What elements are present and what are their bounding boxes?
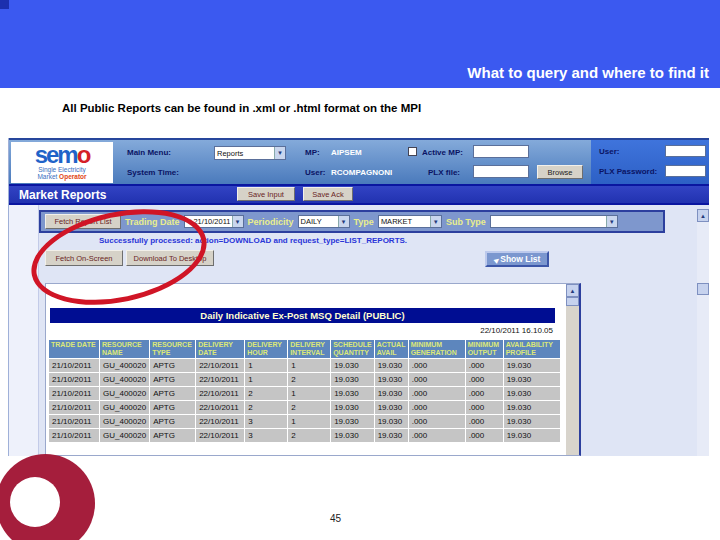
login-user-input[interactable] — [665, 145, 706, 157]
logo-o: o — [77, 141, 90, 168]
table-cell: 19.030 — [375, 373, 408, 386]
main-menu-select[interactable]: Reports ▾ — [214, 146, 286, 160]
table-cell: GU_400020 — [100, 359, 149, 372]
corner-accent — [0, 0, 9, 9]
save-ack-button[interactable]: Save Ack — [303, 187, 353, 201]
table-cell: .000 — [409, 429, 465, 442]
table-cell: 22/10/2011 — [196, 387, 244, 400]
table-cell: 3 — [245, 429, 287, 442]
browse-button[interactable]: Browse — [537, 165, 583, 179]
column-header: MINIMUM OUTPUT — [466, 340, 503, 358]
table-row: 21/10/2011GU_400020APTG22/10/20111219.03… — [49, 373, 560, 386]
table-cell: 19.030 — [375, 401, 408, 414]
results-scrollbar[interactable]: ▲ — [566, 284, 579, 456]
ring-logo — [0, 454, 95, 540]
column-header: SCHEDULE QUANTITY — [331, 340, 374, 358]
save-input-button[interactable]: Save Input — [237, 187, 295, 201]
table-cell: 19.030 — [375, 387, 408, 400]
table-cell: .000 — [409, 387, 465, 400]
chevron-down-icon[interactable]: ▾ — [430, 216, 441, 227]
column-header: DELIVERY INTERVAL — [288, 340, 330, 358]
chevron-down-icon[interactable]: ▾ — [274, 147, 285, 159]
report-title: Daily Indicative Ex-Post MSQ Detail (PUB… — [50, 308, 555, 323]
semo-logo: semo Single Electricity Market Operator — [11, 142, 113, 183]
market-reports-bar: Market Reports Save Input Save Ack — [9, 184, 709, 205]
table-cell: 21/10/2011 — [49, 429, 99, 442]
table-cell: 19.030 — [375, 359, 408, 372]
table-cell: 22/10/2011 — [196, 373, 244, 386]
scroll-up-icon[interactable]: ▲ — [697, 209, 709, 222]
table-cell: 22/10/2011 — [196, 415, 244, 428]
table-cell: 19.030 — [504, 401, 560, 414]
logo-line2: Market Operator — [11, 174, 113, 181]
results-panel: ▲ Daily Indicative Ex-Post MSQ Detail (P… — [45, 283, 581, 456]
table-cell: 19.030 — [331, 373, 374, 386]
chevron-down-icon[interactable]: ▾ — [606, 216, 617, 227]
table-cell: APTG — [150, 415, 195, 428]
table-cell: GU_400020 — [100, 429, 149, 442]
table-cell: .000 — [409, 415, 465, 428]
table-cell: 22/10/2011 — [196, 359, 244, 372]
column-header: MINIMUM GENERATION — [409, 340, 465, 358]
table-cell: 21/10/2011 — [49, 387, 99, 400]
sub-type-label: Sub Type — [446, 217, 486, 227]
table-row: 21/10/2011GU_400020APTG22/10/20113119.03… — [49, 415, 560, 428]
column-header: TRADE DATE — [49, 340, 99, 358]
trading-date-value: 21/10/2011 — [193, 217, 230, 226]
table-cell: APTG — [150, 401, 195, 414]
table-row: 21/10/2011GU_400020APTG22/10/20113219.03… — [49, 429, 560, 442]
report-timestamp: 22/10/2011 16.10.05 — [480, 326, 553, 335]
page-title: Market Reports — [19, 188, 106, 202]
window-scrollbar-thumb[interactable] — [697, 283, 709, 295]
plx-file-input[interactable] — [473, 165, 529, 178]
table-cell: 22/10/2011 — [196, 429, 244, 442]
system-time-label: System Time: — [127, 168, 179, 177]
left-margin-strip — [9, 205, 39, 456]
chevron-down-icon[interactable]: ▾ — [232, 216, 243, 227]
app-header: semo Single Electricity Market Operator … — [9, 138, 709, 184]
active-mp-input[interactable] — [473, 145, 529, 158]
window-scrollbar[interactable]: ▲ — [697, 209, 709, 456]
login-panel: User: PLX Password: — [591, 140, 709, 186]
table-cell: 2 — [288, 373, 330, 386]
sub-type-select[interactable]: ▾ — [490, 215, 618, 228]
table-cell: 19.030 — [504, 373, 560, 386]
active-mp-label: Active MP: — [422, 148, 463, 157]
table-cell: 19.030 — [331, 359, 374, 372]
table-cell: APTG — [150, 387, 195, 400]
table-cell: 2 — [245, 401, 287, 414]
logo-sem: sem — [35, 141, 77, 168]
table-cell: .000 — [466, 401, 503, 414]
table-cell: APTG — [150, 359, 195, 372]
table-cell: APTG — [150, 429, 195, 442]
active-mp-checkbox[interactable] — [408, 147, 417, 156]
results-scrollbar-thumb[interactable] — [566, 297, 579, 306]
main-menu-value: Reports — [217, 149, 243, 158]
type-select[interactable]: MARKET ▾ — [378, 215, 442, 228]
chevron-down-icon[interactable]: ▾ — [338, 216, 349, 227]
scroll-up-icon[interactable]: ▲ — [566, 284, 579, 297]
column-header: RESOURCE TYPE — [150, 340, 195, 358]
table-cell: GU_400020 — [100, 401, 149, 414]
table-cell: 21/10/2011 — [49, 373, 99, 386]
table-cell: 3 — [245, 415, 287, 428]
table-cell: .000 — [466, 387, 503, 400]
table-cell: 19.030 — [331, 415, 374, 428]
plx-file-label: PLX file: — [428, 168, 460, 177]
table-cell: 2 — [245, 387, 287, 400]
show-list-button[interactable]: ▶ Show List — [485, 251, 549, 267]
logo-operator: Operator — [59, 173, 86, 180]
column-header: DELIVERY HOUR — [245, 340, 287, 358]
table-cell: 1 — [288, 415, 330, 428]
table-cell: 19.030 — [375, 415, 408, 428]
table-cell: 19.030 — [504, 387, 560, 400]
title-banner: What to query and where to find it — [0, 0, 720, 88]
table-cell: 1 — [245, 373, 287, 386]
table-cell: 1 — [288, 359, 330, 372]
semo-logo-word: semo — [11, 143, 113, 167]
slide-subtitle: All Public Reports can be found in .xml … — [62, 102, 421, 114]
periodicity-select[interactable]: DAILY ▾ — [298, 215, 350, 228]
column-header: ACTUAL AVAIL — [375, 340, 408, 358]
table-cell: 21/10/2011 — [49, 359, 99, 372]
plx-password-input[interactable] — [665, 165, 706, 177]
